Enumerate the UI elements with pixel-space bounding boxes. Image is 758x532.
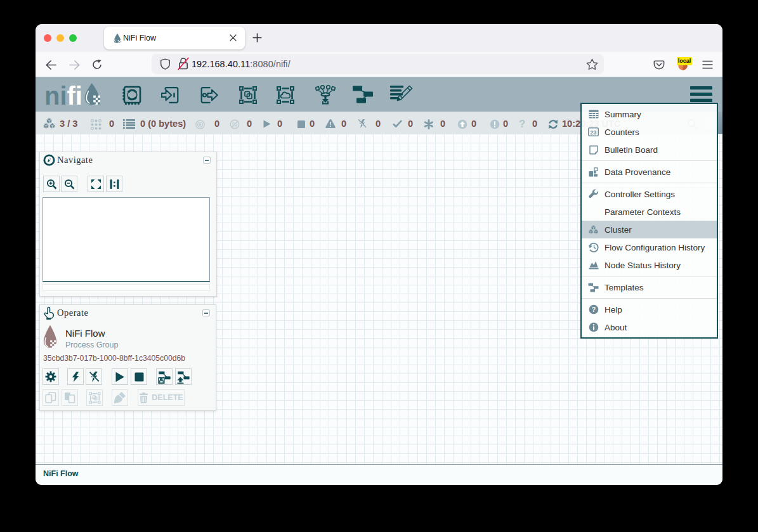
svg-text:23: 23 xyxy=(590,129,596,136)
svg-text:nifi: nifi xyxy=(44,82,82,107)
svg-text:?: ? xyxy=(591,306,595,313)
